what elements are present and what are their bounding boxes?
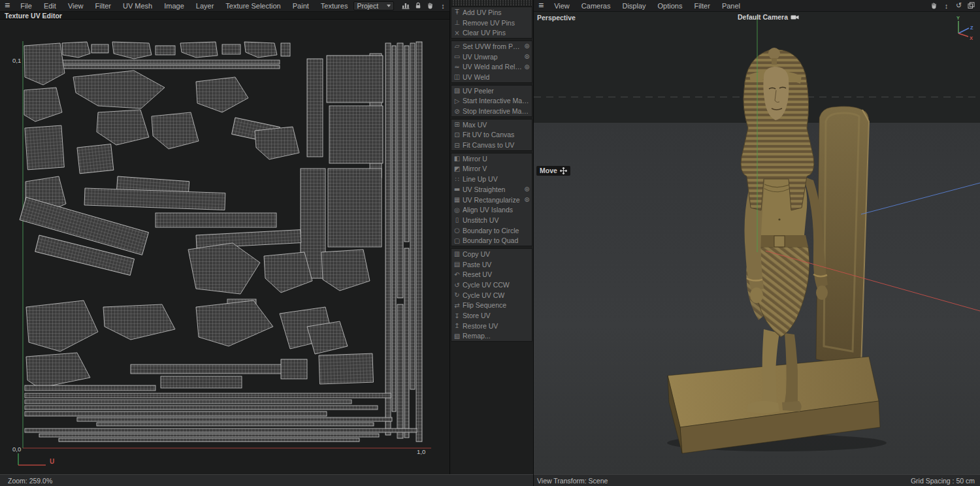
uv-wireframe [0, 20, 449, 474]
toolbar-item-label: Remap... [463, 332, 532, 340]
toolbar-item-fit-uv-to-canvas[interactable]: ⊡Fit UV to Canvas [451, 130, 532, 140]
toolbar-item-stop-interactive-mapping[interactable]: ⊘Stop Interactive Mapping [451, 106, 532, 116]
toolbar-item-label: Mirror V [463, 165, 532, 172]
project-dropdown[interactable]: Project [353, 1, 394, 10]
menu-texture-selection[interactable]: Texture Selection [220, 0, 286, 11]
weld-icon: ◫ [451, 73, 463, 80]
menu-view[interactable]: View [62, 0, 90, 11]
menu-panel[interactable]: Panel [716, 0, 746, 11]
toolbar-item-uv-unwrap[interactable]: ▭UV Unwrap⊛ [451, 52, 532, 62]
toolbar-item-remap[interactable]: ▧Remap... [451, 331, 532, 342]
clear-x-icon: × [451, 29, 463, 37]
move-icon [560, 167, 567, 174]
menu-view[interactable]: View [548, 0, 576, 11]
viewport-statusbar: View Transform: Scene Grid Spacing : 50 … [534, 474, 980, 486]
toolbar-item-add-uv-pins[interactable]: ŦAdd UV Pins [451, 7, 532, 18]
toolbar-item-label: Paste UV [463, 261, 532, 268]
menu-textures[interactable]: Textures [315, 0, 354, 11]
toolbar-item-uv-weld[interactable]: ◫UV Weld [451, 72, 532, 82]
zoom-readout: Zoom: 259.0% [8, 477, 52, 485]
toolbar-item-cycle-uv-cw[interactable]: ↻Cycle UV CW [451, 290, 532, 300]
toolbar-item-reset-uv[interactable]: ↶Reset UV [451, 270, 532, 280]
toolbar-item-mirror-u[interactable]: ◧Mirror U [451, 154, 532, 164]
pharaoh-statue[interactable] [534, 12, 980, 474]
unstitch-icon: ▯ [451, 216, 463, 223]
toolbar-item-label: Fit UV to Canvas [463, 131, 532, 138]
align-islands-icon: ◎ [451, 206, 463, 214]
toolbar-item-paste-uv[interactable]: ▤Paste UV [451, 259, 532, 270]
toolbar-item-label: UV Weld and Relax [463, 63, 522, 71]
toolbar-item-start-interactive-mapping[interactable]: ▷Start Interactive Mapping [451, 96, 532, 106]
gear-icon[interactable]: ⊛ [522, 186, 532, 193]
toolbar-item-boundary-to-circle[interactable]: ○Boundary to Circle [451, 225, 532, 236]
camera-label[interactable]: Default Camera [738, 13, 799, 21]
toolbar-item-boundary-to-quad[interactable]: ▢Boundary to Quad [451, 235, 532, 246]
menu-edit[interactable]: Edit [38, 0, 62, 11]
gear-icon[interactable]: ⊛ [522, 196, 532, 203]
toolbar-item-line-up-uv[interactable]: ∷Line Up UV [451, 174, 532, 184]
pan-updown-icon[interactable]: ↕ [941, 1, 951, 10]
menu-image[interactable]: Image [158, 0, 190, 11]
view-projection-label[interactable]: Perspective [537, 14, 576, 22]
histogram-icon[interactable] [400, 1, 410, 10]
palette-drag-handle[interactable] [451, 1, 532, 5]
gear-icon[interactable]: ⊛ [522, 42, 532, 50]
hamburger-menu-icon[interactable]: ≡ [534, 0, 548, 12]
viewport-panel: ≡ ViewCamerasDisplayOptionsFilterPanel ↕… [534, 0, 980, 486]
toolbar-item-max-uv[interactable]: ⊞Max UV [451, 120, 532, 130]
gear-icon[interactable]: ⊛ [522, 53, 532, 60]
toolbar-item-uv-peeler[interactable]: ▨UV Peeler [451, 86, 532, 96]
toolbar-item-restore-uv[interactable]: ↥Restore UV [451, 321, 532, 331]
toolbar-item-label: Boundary to Quad [463, 236, 532, 244]
menu-file[interactable]: File [14, 0, 38, 11]
projection-icon: ▱ [451, 42, 463, 50]
rectangularize-icon: ▦ [451, 196, 463, 203]
toolbar-item-copy-uv[interactable]: ▥Copy UV [451, 249, 532, 259]
menu-display[interactable]: Display [616, 0, 651, 11]
toolbar-item-uv-weld-and-relax[interactable]: ≃UV Weld and Relax⊛ [451, 61, 532, 72]
lock-icon[interactable] [413, 1, 423, 10]
toolbar-item-clear-uv-pins[interactable]: ×Clear UV Pins [451, 27, 532, 38]
toolbar-item-cycle-uv-ccw[interactable]: ↺Cycle UV CCW [451, 280, 532, 290]
reset-icon: ↶ [451, 271, 463, 278]
orientation-gizmo[interactable]: Y Z X [950, 15, 976, 41]
toolbar-item-label: Cycle UV CCW [463, 281, 532, 289]
toolbar-item-align-uv-islands[interactable]: ◎Align UV Islands [451, 204, 532, 215]
max-uv-icon: ⊞ [451, 121, 463, 128]
rotate-ccw-icon[interactable]: ↺ [954, 1, 964, 10]
3d-viewport[interactable]: Perspective Default Camera Move Y Z X [534, 12, 980, 474]
toolbar-item-flip-sequence[interactable]: ⇄Flip Sequence [451, 300, 532, 311]
gear-icon[interactable]: ⊛ [522, 63, 532, 71]
toolbar-item-label: UV Peeler [463, 87, 532, 95]
toolbar-item-set-uvw-from-projection[interactable]: ▱Set UVW from Projection⊛ [451, 41, 532, 52]
menu-paint[interactable]: Paint [287, 0, 315, 11]
toolbar-item-unstitch-uv[interactable]: ▯Unstitch UV [451, 215, 532, 225]
menu-layer[interactable]: Layer [190, 0, 220, 11]
uv-canvas[interactable]: 0,1 0,0 1,0 U [0, 20, 449, 474]
move-tool-text: Move [540, 167, 557, 174]
hand-icon[interactable] [425, 1, 435, 10]
menu-options[interactable]: Options [652, 0, 689, 11]
toolbar-item-uv-straighten[interactable]: ▬UV Straighten⊛ [451, 184, 532, 195]
hand-icon[interactable] [929, 1, 939, 10]
toolbar-item-fit-canvas-to-uv[interactable]: ⊟Fit Canvas to UV [451, 140, 532, 150]
toolbar-item-mirror-v[interactable]: ◩Mirror V [451, 164, 532, 174]
stop-icon: ⊘ [451, 108, 463, 115]
pin-add-icon: Ŧ [451, 8, 463, 16]
viewport-menubar: ≡ ViewCamerasDisplayOptionsFilterPanel ↕… [534, 0, 980, 12]
menu-filter[interactable]: Filter [90, 0, 117, 11]
toolbar-item-uv-rectangularize[interactable]: ▦UV Rectangularize⊛ [451, 195, 532, 205]
hamburger-menu-icon[interactable]: ≡ [0, 0, 14, 12]
maximize-icon[interactable] [966, 1, 976, 10]
toolbar-item-remove-uv-pins[interactable]: ⊥Remove UV Pins [451, 18, 532, 28]
toolbar-item-label: Mirror U [463, 155, 532, 163]
menu-cameras[interactable]: Cameras [576, 0, 617, 11]
toolbar-item-label: Remove UV Pins [463, 19, 532, 27]
toolbar-item-label: Max UV [463, 121, 532, 129]
menu-filter[interactable]: Filter [688, 0, 715, 11]
toolbar-item-store-uv[interactable]: ↧Store UV [451, 310, 532, 321]
menu-uv-mesh[interactable]: UV Mesh [117, 0, 158, 11]
pan-updown-icon[interactable]: ↕ [438, 1, 448, 10]
uv-editor-tab[interactable]: Texture UV Editor [0, 12, 449, 20]
copy-icon: ▥ [451, 250, 463, 257]
